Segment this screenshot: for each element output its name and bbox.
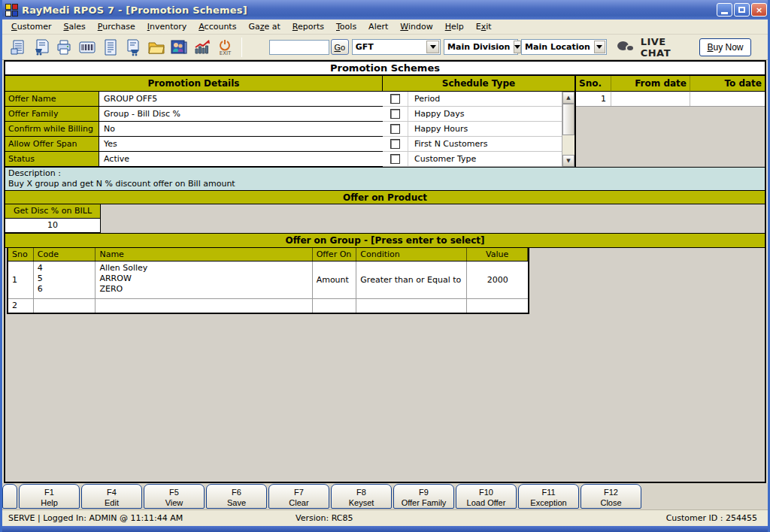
menu-purchase[interactable]: Purchase [92,20,141,33]
col-offer-on: Offer On [313,248,357,261]
billing-icon[interactable] [7,36,30,59]
scrollbar-thumb[interactable] [562,104,574,135]
checkbox-first-n-customers[interactable] [390,139,400,149]
description-panel: Description : Buy X group and get N % di… [5,167,765,190]
f7-clear-button[interactable]: F7Clear [268,484,329,509]
menu-alert[interactable]: Alert [362,20,394,33]
f9-offer-family-button[interactable]: F9Offer Family [393,484,454,509]
cell-value[interactable]: 2000 [467,261,528,298]
printer-icon[interactable] [53,36,76,59]
f10-load-offer-button[interactable]: F10Load Offer [456,484,517,509]
users-icon[interactable] [168,36,191,59]
allow-offer-span-label: Allow Offer Span [5,137,99,151]
go-button[interactable]: Go [331,39,349,55]
promotion-details-form: Offer Name GROUP OFF5 Offer Family Group… [5,92,383,167]
status-field[interactable]: Active [99,152,383,166]
to-date-cell[interactable] [690,92,765,106]
menu-help[interactable]: Help [439,20,470,33]
confirm-while-billing-label: Confirm while Billing [5,122,99,136]
f5-view-button[interactable]: F5View [144,484,205,509]
live-chat-button[interactable]: LIVE CHAT [617,36,699,59]
cell-sno: 1 [8,261,34,298]
menu-bar: Customer Sales Purchase Inventory Accoun… [2,20,768,35]
confirm-while-billing-field[interactable]: No [99,122,383,136]
status-label: Status [5,152,99,166]
offer-family-label: Offer Family [5,107,99,121]
sales-cart-icon[interactable] [30,36,53,59]
f8-keyset-button[interactable]: F8Keyset [331,484,392,509]
exit-power-icon[interactable]: EXIT [214,36,237,59]
window-title: RayMedi RPOS 7 - [Promotion Schemes] [22,5,247,16]
location-select[interactable]: Main Location [521,39,607,55]
chart-icon[interactable] [191,36,214,59]
live-chat-label: LIVE CHAT [641,36,699,59]
menu-inventory[interactable]: Inventory [141,20,193,33]
disc-percent-field[interactable]: 10 [5,219,101,233]
offer-on-group-table: Sno Code Name Offer On Condition Value 1… [7,248,529,314]
cell-names[interactable] [95,299,312,313]
form-row: Offer Name GROUP OFF5 [5,92,383,107]
schedule-option-customer-type[interactable]: Customer Type [383,152,562,167]
f4-edit-button[interactable]: F4Edit [81,484,142,509]
schedule-option-happy-hours[interactable]: Happy Hours [383,122,562,137]
form-row: Offer Family Group - Bill Disc % [5,107,383,122]
col-sno: Sno [8,248,34,261]
cell-offer-on[interactable] [313,299,357,313]
f11-exception-button[interactable]: F11Exception [518,484,579,509]
cell-condition[interactable]: Greater than or Equal to [356,261,467,298]
close-button[interactable]: × [751,3,767,17]
schedule-option-happy-days[interactable]: Happy Days [383,107,562,122]
allow-offer-span-field[interactable]: Yes [99,137,383,151]
cell-codes[interactable]: 4 5 6 [34,261,96,298]
cell-condition[interactable] [356,299,467,313]
blank-function-button[interactable] [2,484,17,509]
cell-names[interactable]: Allen Solley ARROW ZERO [95,261,312,298]
col-condition: Condition [356,248,467,261]
menu-gaze-at[interactable]: Gaze at [242,20,286,33]
group-row-2[interactable]: 2 [8,299,528,313]
from-date-cell[interactable] [611,92,690,106]
menu-tools[interactable]: Tools [330,20,362,33]
company-select[interactable]: GFT [352,39,441,55]
cell-offer-on[interactable]: Amount [313,261,357,298]
menu-accounts[interactable]: Accounts [192,20,242,33]
checkbox-customer-type[interactable] [390,154,400,164]
checkbox-happy-hours[interactable] [390,124,400,134]
cell-value[interactable] [467,299,528,313]
menu-window[interactable]: Window [394,20,438,33]
app-logo-icon [5,4,18,17]
purchase-cart-icon[interactable] [122,36,145,59]
restore-button[interactable] [734,3,750,17]
date-row-sno: 1 [576,92,611,106]
quick-search-input[interactable] [269,40,329,55]
offer-name-field[interactable]: GROUP OFF5 [99,92,383,106]
f1-help-button[interactable]: F1Help [19,484,80,509]
promotion-details-header: Promotion Details [5,76,383,92]
menu-exit[interactable]: Exit [470,20,498,33]
checkbox-period[interactable] [390,94,400,104]
division-select[interactable]: Main Division [444,39,518,55]
menu-reports[interactable]: Reports [286,20,330,33]
status-version: Version: RC85 [296,513,353,523]
scroll-down-icon[interactable]: ▼ [562,155,574,167]
offer-family-field[interactable]: Group - Bill Disc % [99,107,383,121]
scroll-up-icon[interactable]: ▲ [562,92,574,104]
f6-save-button[interactable]: F6Save [206,484,267,509]
report-icon[interactable] [99,36,122,59]
barcode-icon[interactable] [76,36,99,59]
minimize-button[interactable] [717,3,732,17]
col-value: Value [467,248,528,261]
group-row-1[interactable]: 1 4 5 6 Allen Solley ARROW ZERO Amount G… [8,261,528,299]
menu-customer[interactable]: Customer [5,20,57,33]
folder-icon[interactable] [144,36,168,59]
col-header-sno: Sno. [576,76,611,92]
schedule-dates-grid: 1 [576,92,765,167]
schedule-option-first-n-customers[interactable]: First N Customers [383,137,562,152]
checkbox-happy-days[interactable] [390,109,400,119]
schedule-option-period[interactable]: Period [383,92,562,107]
cell-codes[interactable] [34,299,96,313]
offer-on-product-header: Offer on Product [5,190,765,204]
buy-now-button[interactable]: Buy Now [699,38,751,56]
menu-sales[interactable]: Sales [57,20,91,33]
f12-close-button[interactable]: F12Close [581,484,641,509]
